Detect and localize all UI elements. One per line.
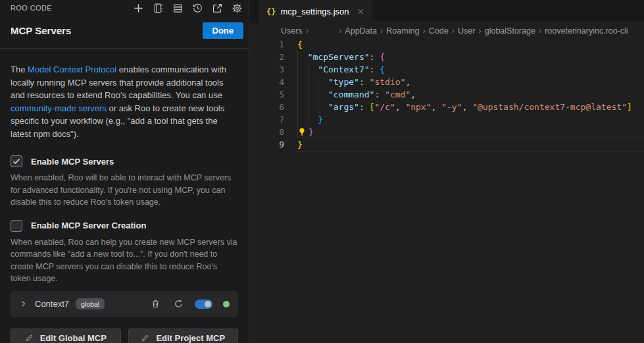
server-enabled-toggle[interactable] [195,300,212,309]
open-external-icon[interactable] [209,0,225,16]
gear-icon[interactable] [229,0,245,16]
tab-label: mcp_settings.json [280,7,349,16]
enable-mcp-creation-label: Enable MCP Server Creation [31,221,146,230]
close-tab-button[interactable] [357,8,364,15]
breadcrumb-item[interactable]: rooveterinaryinc.roo-cli [545,26,628,36]
editor-tab-bar: {} mcp_settings.json [249,0,644,23]
trash-icon [151,299,161,309]
code-line[interactable]: 9} [249,138,644,151]
page-title: MCP Servers [11,25,71,36]
mcp-edit-buttons: Edit Global MCP Edit Project MCP [11,329,238,343]
line-number: 3 [249,63,284,76]
lightbulb-icon[interactable] [297,127,308,136]
pencil-icon [141,334,149,342]
plus-icon[interactable] [130,0,146,16]
intro-text: The [11,65,28,74]
code-line[interactable]: 8} [249,126,644,138]
line-number: 9 [249,138,284,151]
breadcrumb-separator: › [539,26,541,36]
edit-global-mcp-button[interactable]: Edit Global MCP [11,329,121,343]
panel-header: ROO CODE [0,0,249,16]
line-number: 2 [249,51,284,63]
edit-project-mcp-label: Edit Project MCP [156,333,225,343]
breadcrumb-item[interactable]: Users [281,26,303,36]
code-line[interactable]: 1{ [249,38,644,51]
line-number: 6 [249,101,284,113]
server-row-context7[interactable]: Context7 global [11,291,238,317]
line-number: 7 [249,113,284,126]
code-area[interactable]: 1{2 "mcpServers": {3 "Context7": {4 "typ… [249,38,644,343]
breadcrumb: Users››AppData›Roaming›Code›User›globalS… [249,23,644,38]
server-status-dot [223,301,230,307]
notepad-icon[interactable] [150,0,166,16]
line-number: 1 [249,38,284,51]
breadcrumb-item[interactable]: Roaming [386,26,419,36]
enable-mcp-servers-label: Enable MCP Servers [31,157,114,167]
mcp-servers-icon[interactable] [170,0,186,16]
code-line-text: } [284,113,323,126]
line-number: 8 [249,126,284,138]
history-icon[interactable] [189,0,205,16]
server-name: Context7 [35,299,69,309]
breadcrumb-separator: › [380,26,383,36]
breadcrumb-item[interactable]: AppData [345,26,377,36]
refresh-icon [174,299,184,309]
delete-server-button[interactable] [151,299,161,309]
code-line[interactable]: 7 } [249,113,644,126]
enable-mcp-creation-checkbox[interactable] [11,220,22,232]
toggle-knob [205,301,211,307]
breadcrumb-separator: › [422,26,425,36]
server-scope-badge: global [76,298,105,309]
app-window: ROO CODE MCP Servers Done The Model Cont… [0,0,644,343]
pencil-icon [25,334,34,342]
breadcrumb-separator: › [452,26,455,36]
sidebar-toolbar [130,0,245,16]
code-line-text: } [284,126,314,138]
enable-mcp-servers-description: When enabled, Roo will be able to intera… [11,172,238,209]
intro-paragraph: The Model Context Protocol enables commu… [11,63,238,140]
code-line[interactable]: 6 "args": ["/c", "npx", "-y", "@upstash/… [249,101,644,113]
line-number: 4 [249,76,284,88]
model-context-protocol-link[interactable]: Model Context Protocol [28,65,116,74]
mcp-header-row: MCP Servers Done [0,16,249,49]
json-file-icon: {} [266,7,276,16]
enable-mcp-creation-row: Enable MCP Server Creation [11,220,238,232]
restart-server-button[interactable] [174,299,184,309]
code-line[interactable]: 3 "Context7": { [249,63,644,76]
breadcrumb-separator: › [306,26,309,36]
code-line-text: "Context7": { [284,63,385,76]
roo-code-panel: ROO CODE MCP Servers Done The Model Cont… [0,0,249,343]
enable-mcp-servers-row: Enable MCP Servers [11,155,238,167]
code-line-text: "type": "stdio", [284,76,410,88]
code-line[interactable]: 2 "mcpServers": { [249,51,644,63]
line-number: 5 [249,88,284,101]
check-icon [12,157,21,166]
code-line-text: "mcpServers": { [284,51,385,63]
panel-title: ROO CODE [11,4,52,12]
breadcrumb-separator: › [478,26,481,36]
close-icon [357,8,364,15]
tab-bar-empty-space [372,0,644,23]
enable-mcp-creation-description: When enabled, Roo can help you create ne… [11,236,238,285]
breadcrumb-item[interactable]: Code [429,26,449,36]
done-button[interactable]: Done [203,22,244,39]
code-line[interactable]: 5 "command": "cmd", [249,88,644,101]
community-made-servers-link[interactable]: community-made servers [11,103,107,113]
code-line-text: } [284,138,303,151]
tab-mcp-settings-json[interactable]: {} mcp_settings.json [259,0,372,23]
code-line-text: "command": "cmd", [284,88,416,101]
code-line[interactable]: 4 "type": "stdio", [249,76,644,88]
code-line-text: "args": ["/c", "npx", "-y", "@upstash/co… [284,101,632,113]
breadcrumb-separator: › [339,26,341,36]
edit-global-mcp-label: Edit Global MCP [40,333,107,343]
edit-project-mcp-button[interactable]: Edit Project MCP [128,329,239,343]
breadcrumb-item[interactable]: User [458,26,475,36]
editor-group: {} mcp_settings.json Users››AppData›Roam… [249,0,644,343]
enable-mcp-servers-checkbox[interactable] [11,155,22,167]
mcp-settings-content: The Model Context Protocol enables commu… [0,49,249,343]
chevron-right-icon[interactable] [19,300,28,308]
breadcrumb-item[interactable]: globalStorage [485,26,535,36]
code-line-text: { [284,38,303,51]
